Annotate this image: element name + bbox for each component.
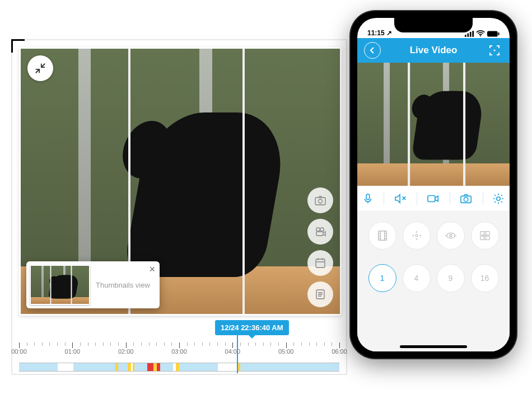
fullscreen-button[interactable] — [486, 42, 503, 59]
grid-4-button[interactable]: 4 — [403, 264, 431, 292]
microphone-button[interactable] — [362, 193, 374, 205]
timeline-segment-warn[interactable] — [128, 363, 131, 371]
calendar-button[interactable] — [307, 250, 333, 276]
svg-rect-5 — [316, 259, 325, 267]
snapshot-button[interactable] — [307, 187, 333, 213]
svg-rect-4 — [316, 232, 323, 236]
phone-notch — [394, 18, 473, 32]
timeline-segment-idle[interactable] — [160, 363, 173, 371]
status-time: 11:15 — [367, 29, 385, 37]
svg-point-20 — [494, 50, 496, 51]
svg-rect-19 — [498, 32, 499, 35]
svg-rect-0 — [315, 198, 325, 205]
svg-point-3 — [320, 228, 324, 231]
thumbnail-close-button[interactable]: × — [149, 264, 155, 275]
grid-size-row: 1 4 9 16 — [365, 264, 502, 292]
svg-point-25 — [497, 196, 500, 200]
tick-label: 03:00 — [171, 348, 187, 355]
settings-button[interactable] — [492, 193, 505, 205]
live-scene-image — [357, 63, 510, 186]
film-camera-icon — [314, 225, 327, 238]
speaker-mute-button[interactable] — [394, 193, 407, 205]
timeline-segment-idle[interactable] — [179, 363, 218, 371]
svg-rect-21 — [367, 194, 370, 199]
timeline-segment-warn[interactable] — [133, 363, 134, 371]
tick-label: 04:00 — [225, 348, 241, 355]
svg-rect-15 — [470, 31, 472, 36]
svg-rect-13 — [465, 35, 466, 37]
ptz-button[interactable] — [437, 222, 465, 250]
timeline-segment-idle[interactable] — [240, 363, 339, 371]
list-button[interactable] — [307, 281, 333, 307]
exit-fullscreen-button[interactable] — [27, 55, 53, 81]
location-arrow-icon: ↗ — [386, 29, 392, 37]
chevron-left-icon — [369, 47, 376, 54]
timeline-segment-alert[interactable] — [157, 363, 160, 371]
app-header: Live Video — [357, 38, 510, 63]
video-camera-icon — [427, 193, 440, 205]
ptz-icon — [445, 229, 457, 242]
recordings-button[interactable] — [368, 222, 396, 250]
fullscreen-icon — [489, 45, 500, 56]
tick-label: 00:00 — [11, 348, 27, 355]
timeline-segment-alert[interactable] — [147, 363, 153, 371]
timeline-segment-idle[interactable] — [19, 363, 58, 371]
svg-point-36 — [446, 233, 455, 238]
timeline-track[interactable] — [19, 363, 339, 372]
hd-sd-icon: HDSD — [479, 229, 491, 242]
back-button[interactable] — [364, 42, 381, 59]
svg-rect-16 — [472, 31, 474, 37]
tick-label: 01:00 — [65, 348, 81, 355]
timeline-segment-idle[interactable] — [118, 363, 128, 371]
quality-button[interactable]: HDSD — [471, 222, 499, 250]
home-indicator[interactable] — [400, 345, 467, 348]
direction-pad-button[interactable] — [403, 222, 431, 250]
camera-icon — [314, 194, 327, 207]
grid-16-button[interactable]: 16 — [471, 264, 499, 292]
svg-rect-18 — [487, 31, 498, 36]
thumbnail-label: Thumbnails view — [96, 281, 150, 289]
intruder-figure — [128, 112, 291, 277]
live-video-view[interactable] — [357, 63, 510, 186]
tick-label: 02:00 — [118, 348, 134, 355]
timeline[interactable]: 00:0001:0002:0003:0004:0005:0006:00 — [19, 342, 339, 369]
svg-point-1 — [319, 199, 323, 203]
thumbnail-popover: Thumbnails view × — [26, 261, 160, 308]
phone-mockup: 11:15 ↗ Live Video — [351, 11, 516, 358]
timeline-playhead[interactable] — [237, 335, 238, 373]
intruder-figure — [416, 91, 484, 160]
timestamp-tooltip: 12/24 22:36:40 AM — [215, 320, 289, 335]
gear-icon — [492, 193, 505, 205]
control-pad: HDSD 1 4 9 16 — [357, 212, 510, 351]
tick-label: 06:00 — [332, 348, 347, 355]
svg-rect-22 — [428, 195, 435, 201]
timeline-segment-warn[interactable] — [176, 363, 179, 371]
document-icon — [314, 288, 327, 301]
grid-9-button[interactable]: 9 — [437, 264, 465, 292]
phone-screen: 11:15 ↗ Live Video — [357, 18, 510, 351]
timeline-segment-idle[interactable] — [134, 363, 147, 371]
live-toolbar — [357, 186, 510, 212]
timeline-segment-idle[interactable] — [73, 363, 115, 371]
header-title: Live Video — [410, 45, 458, 56]
grid-1-button[interactable]: 1 — [368, 264, 396, 292]
shrink-icon — [34, 62, 46, 74]
svg-rect-14 — [467, 33, 469, 36]
svg-text:SD: SD — [483, 237, 487, 240]
playback-video-frame[interactable]: Thumbnails view × — [19, 47, 342, 316]
speaker-muted-icon — [394, 193, 407, 205]
wifi-icon — [476, 30, 485, 37]
photo-snapshot-button[interactable] — [460, 193, 473, 205]
battery-icon — [487, 31, 500, 37]
dpad-icon — [410, 229, 423, 242]
thumbnail-preview[interactable] — [30, 265, 90, 305]
video-record-button[interactable] — [427, 193, 440, 205]
timeline-segment-warn[interactable] — [153, 363, 157, 371]
timeline-ticks: 00:0001:0002:0003:0004:0005:0006:00 — [19, 342, 339, 351]
record-button[interactable] — [307, 219, 333, 245]
svg-point-24 — [464, 197, 468, 201]
timeline-segment-warn[interactable] — [115, 363, 119, 371]
film-roll-icon — [376, 229, 389, 242]
svg-point-35 — [416, 234, 418, 237]
svg-point-37 — [449, 234, 451, 237]
